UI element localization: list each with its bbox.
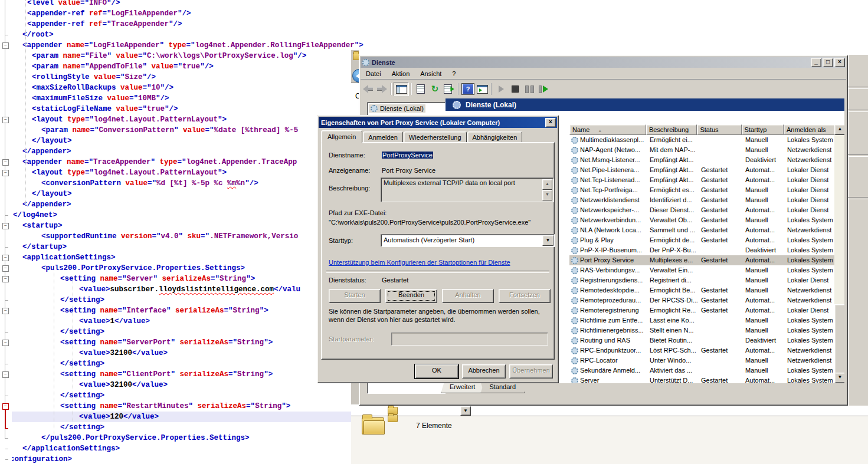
- menu-help[interactable]: ?: [447, 69, 461, 78]
- export-list-icon[interactable]: [442, 83, 456, 96]
- menu-datei[interactable]: Datei: [361, 69, 386, 78]
- scroll-up-icon[interactable]: ▲: [834, 124, 844, 135]
- table-row[interactable]: NetzwerklistendienstIdentifiziert d...Ge…: [569, 195, 844, 205]
- table-row[interactable]: NAP-Agent (Netwo...Mit dem NAP-...Manuel…: [569, 145, 844, 155]
- fold-tick: [5, 300, 8, 301]
- tab-allgemein[interactable]: Allgemein: [321, 130, 362, 143]
- table-row[interactable]: RAS-Verbindungsv...Verwaltet Ein...Manue…: [569, 265, 844, 275]
- stop-service-icon[interactable]: [508, 83, 522, 96]
- table-row[interactable]: Net.Pipe-Listenera...Empfängt Akt...Gest…: [569, 165, 844, 175]
- table-row[interactable]: Net.Tcp-Portfreiga...Ermöglicht es...Ges…: [569, 185, 844, 195]
- uebernehmen-button: Übernehmen: [509, 364, 553, 379]
- table-row[interactable]: RemoteregistrierungErmöglicht Re...Gesta…: [569, 305, 844, 315]
- column-header-starttyp[interactable]: Starttyp: [742, 124, 784, 135]
- beschreibung-box[interactable]: Multiplexes external TCP/IP data on loca…: [381, 177, 554, 202]
- close-button[interactable]: ×: [834, 58, 845, 67]
- table-row[interactable]: Net.Tcp-Listenerad...Empfängt Akt...Gest…: [569, 175, 844, 185]
- table-row[interactable]: Net.Msmq-Listener...Empfängt Akt...Deakt…: [569, 155, 844, 165]
- fold-collapse-icon[interactable]: −: [2, 308, 9, 314]
- table-row[interactable]: Remoteprozedurau...Der RPCSS-Di...Gestar…: [569, 295, 844, 305]
- table-row[interactable]: NLA (Network Loca...Sammelt und ...Gesta…: [569, 225, 844, 235]
- restart-service-icon[interactable]: [536, 83, 551, 96]
- minimize-button[interactable]: _: [811, 58, 821, 67]
- chevron-down-icon[interactable]: ▼: [542, 235, 553, 246]
- tab-wiederherstellung[interactable]: Wiederherstellung: [404, 131, 467, 143]
- fold-collapse-icon[interactable]: −: [2, 223, 9, 229]
- table-row[interactable]: Richtlinienergebniss...Stellt einen N...…: [569, 325, 844, 335]
- fold-collapse-icon[interactable]: −: [2, 371, 9, 378]
- startoptions-help-link[interactable]: Unterstützung beim Konfigurieren der Sta…: [329, 259, 510, 266]
- service-properties-dialog: Eigenschaften von Port Proxy Service (Lo…: [317, 115, 559, 383]
- dialog-titlebar[interactable]: Eigenschaften von Port Proxy Service (Lo…: [319, 117, 557, 128]
- refresh-icon[interactable]: ↻: [428, 83, 442, 96]
- start-service-icon[interactable]: [494, 83, 508, 96]
- pane-header-title: Dienste (Lokal): [466, 101, 516, 109]
- table-row[interactable]: Registrierungsdiens...Registriert di...M…: [569, 275, 844, 285]
- scroll-up-icon[interactable]: ▲: [542, 179, 552, 190]
- table-row[interactable]: ServerUnterstützt D...GestartetAutomat..…: [569, 376, 844, 383]
- explorer-bottom-panel: ▼ 7 Elemente: [351, 404, 868, 464]
- scroll-down-icon[interactable]: ▼: [834, 373, 844, 383]
- gear-icon: [571, 227, 578, 234]
- fold-collapse-icon[interactable]: −: [2, 340, 9, 346]
- dropdown-arrow-icon[interactable]: ▼: [460, 406, 471, 416]
- back-button[interactable]: [352, 69, 359, 83]
- explorer-folder-list-fragment: ▼: [351, 404, 868, 416]
- table-row[interactable]: Remotedesktopdie...Ermöglicht Be...Gesta…: [569, 285, 844, 295]
- table-row[interactable]: Routing und RASBietet Routin...Deaktivie…: [569, 335, 844, 345]
- forward-icon[interactable]: [375, 83, 389, 96]
- table-row[interactable]: Plug & PlayErmöglicht de...GestartetAuto…: [569, 235, 844, 245]
- beschreibung-label: Beschreibung:: [329, 185, 370, 192]
- table-row[interactable]: PnP-X-IP-Busenum...Der PnP-X-Bu...Deakti…: [569, 245, 844, 255]
- pause-service-icon[interactable]: [522, 83, 536, 96]
- menu-aktion[interactable]: Aktion: [386, 69, 415, 78]
- column-header-name[interactable]: Name▲: [569, 124, 646, 135]
- menu-ansicht[interactable]: Ansicht: [415, 69, 447, 78]
- vertical-scrollbar[interactable]: ▲ ▼: [834, 124, 844, 383]
- services-table: Name▲ Beschreibung Status Starttyp Anmel…: [569, 124, 844, 383]
- table-row[interactable]: RPC-Endpunktzuor...Löst RPC-Sch...Gestar…: [569, 345, 844, 356]
- tab-standard[interactable]: Standard: [480, 382, 525, 393]
- table-row[interactable]: Richtlinie zum Entfe...Lässt eine Ko...M…: [569, 315, 844, 325]
- tree-item-dienste-lokal[interactable]: Dienste (Lokal): [369, 104, 425, 113]
- fold-tick: [5, 332, 8, 333]
- dienstname-value[interactable]: PortProxyService: [382, 152, 433, 159]
- table-row[interactable]: Netzwerkspeicher-...Dieser Dienst...Gest…: [569, 205, 844, 215]
- fold-collapse-icon[interactable]: −: [2, 255, 9, 261]
- fold-collapse-icon[interactable]: −: [2, 159, 9, 166]
- gear-icon: [571, 257, 578, 264]
- table-row[interactable]: Sekundäre Anmeld...Aktiviert das ...Manu…: [569, 366, 844, 376]
- services-titlebar[interactable]: Dienste _ □ ×: [361, 57, 846, 68]
- starttyp-combobox[interactable]: Automatisch (Verzögerter Start) ▼: [381, 234, 555, 247]
- back-icon[interactable]: [361, 83, 375, 96]
- fold-collapse-icon[interactable]: −: [2, 42, 9, 49]
- ok-button[interactable]: OK: [415, 364, 458, 379]
- table-row[interactable]: RPC-LocatorUnter Windo...ManuellNetzwerk…: [569, 356, 844, 366]
- fold-collapse-icon[interactable]: −: [2, 117, 9, 123]
- abbrechen-button[interactable]: Abbrechen: [462, 364, 506, 379]
- maximize-button[interactable]: □: [823, 58, 833, 67]
- tab-abhaengigkeiten[interactable]: Abhängigkeiten: [467, 131, 523, 143]
- beenden-button[interactable]: Beenden: [385, 289, 437, 303]
- show-console-tree-icon[interactable]: [394, 82, 409, 96]
- close-icon[interactable]: ×: [545, 118, 556, 127]
- fold-collapse-icon[interactable]: −: [2, 276, 9, 282]
- tab-anmelden[interactable]: Anmelden: [363, 131, 403, 143]
- table-row[interactable]: Multimediaklassenpl...Ermöglicht ei...Ma…: [569, 135, 844, 145]
- fold-collapse-icon[interactable]: −: [2, 265, 9, 272]
- column-header-anmelden-als[interactable]: Anmelden als: [784, 124, 838, 135]
- extended-view-icon[interactable]: [475, 83, 489, 96]
- column-header-status[interactable]: Status: [697, 124, 741, 135]
- scroll-down-icon[interactable]: ▼: [542, 190, 552, 200]
- fold-collapse-icon[interactable]: −: [2, 170, 9, 176]
- scrollbar-thumb[interactable]: [834, 304, 844, 383]
- tab-erweitert[interactable]: Erweitert: [441, 382, 484, 393]
- gear-icon: [571, 167, 578, 174]
- table-row[interactable]: Port Proxy ServiceMultiplexes e...Gestar…: [569, 255, 844, 265]
- help-icon[interactable]: ?: [461, 83, 475, 96]
- properties-icon[interactable]: [414, 83, 428, 96]
- column-header-beschreibung[interactable]: Beschreibung: [646, 124, 697, 135]
- table-row[interactable]: Netzwerkverbindun...Verwaltet Ob...Gesta…: [569, 215, 844, 225]
- code-folding-gutter[interactable]: −−−−−−−−−−−−: [0, 0, 12, 464]
- toolbar-separator: [491, 83, 492, 95]
